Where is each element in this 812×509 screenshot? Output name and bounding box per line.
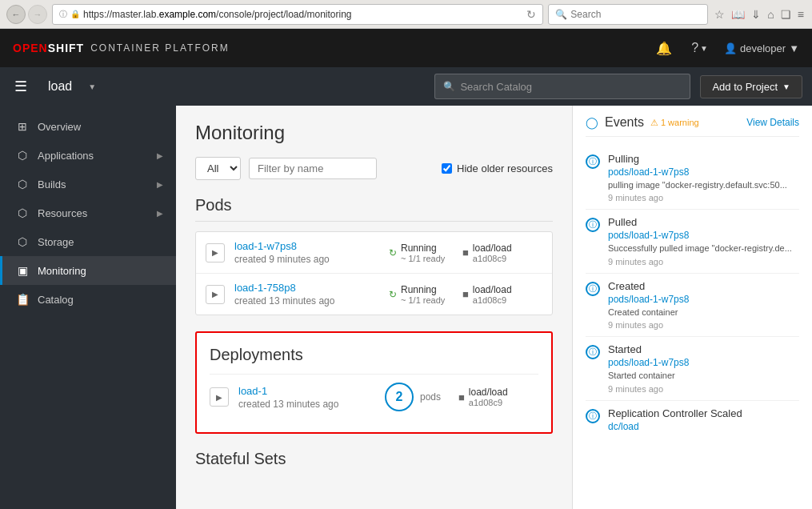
hide-older-checkbox[interactable] — [442, 163, 452, 174]
browser-search-icon: 🔍 — [555, 9, 567, 20]
home-icon[interactable]: ⌂ — [766, 6, 775, 22]
sidebar-label-storage: Storage — [38, 236, 163, 248]
event-link-3[interactable]: pods/load-1-w7ps8 — [608, 357, 799, 368]
deployments-section-title: Deployments — [210, 346, 538, 364]
pod-ready-1: ~ 1/1 ready — [401, 295, 445, 305]
catalog-icon: 📋 — [15, 293, 30, 306]
list-item: ⓘ Created pods/load-1-w7ps8 Created cont… — [586, 274, 799, 337]
event-time-0: 9 minutes ago — [608, 193, 799, 202]
project-bar: ☰ load ▼ 🔍 Add to Project ▼ — [0, 67, 812, 106]
overview-icon: ⊞ — [15, 120, 30, 133]
add-to-project-button[interactable]: Add to Project ▼ — [700, 75, 802, 98]
sidebar-item-catalog[interactable]: 📋 Catalog — [0, 285, 176, 314]
reload-icon[interactable]: ↻ — [526, 8, 536, 21]
warning-text: 1 warning — [661, 118, 699, 127]
event-content-1: Pulled pods/load-1-w7ps8 Successfully pu… — [608, 216, 799, 266]
pod-expand-button-1[interactable]: ▶ — [206, 285, 225, 304]
event-time-3: 9 minutes ago — [608, 384, 799, 394]
browser-search-input[interactable] — [570, 9, 701, 20]
pod-info-1: load-1-758p8 created 13 minutes ago — [234, 282, 379, 307]
builds-icon: ⬡ — [15, 178, 30, 190]
brand-subtitle: CONTAINER PLATFORM — [90, 42, 230, 54]
back-button[interactable]: ← — [6, 5, 26, 24]
event-type-2: Created — [608, 280, 799, 292]
forward-button[interactable]: → — [28, 5, 47, 24]
event-icon-4: ⓘ — [586, 409, 600, 423]
deployments-list: ▶ load-1 created 13 minutes ago 2 pods ■… — [210, 374, 538, 419]
catalog-search-input[interactable] — [460, 81, 682, 93]
project-dropdown[interactable]: ▼ — [88, 82, 96, 91]
pod-image-hash-1: a1d08c9 — [473, 295, 512, 305]
builds-arrow: ▶ — [157, 180, 163, 189]
browser-menu-icon[interactable]: ≡ — [796, 6, 806, 22]
pods-section-title: Pods — [195, 196, 553, 222]
storage-icon: ⬡ — [15, 235, 30, 248]
deploy-link-0[interactable]: load-1 — [238, 385, 267, 397]
event-link-4[interactable]: dc/load — [608, 421, 799, 432]
sidebar-item-overview[interactable]: ⊞ Overview — [0, 112, 176, 141]
top-navbar: OPENSHIFT CONTAINER PLATFORM 🔔 ? ▼ 👤 dev… — [0, 29, 812, 67]
bookmark-icon[interactable]: 📖 — [730, 6, 746, 22]
pod-image-1: ■ load/load a1d08c9 — [462, 284, 542, 305]
event-desc-1: Successfully pulled image "docker-regist… — [608, 242, 799, 254]
sidebar-item-builds[interactable]: ⬡ Builds ▶ — [0, 170, 176, 198]
pods-circle: 2 — [385, 383, 414, 411]
pods-list: ▶ load-1-w7ps8 created 9 minutes ago ↻ R… — [195, 231, 553, 315]
sidebar-label-builds: Builds — [38, 178, 149, 190]
lock-icon: 🔒 — [70, 10, 80, 18]
list-item: ⓘ Started pods/load-1-w7ps8 Started cont… — [586, 337, 799, 400]
resources-arrow: ▶ — [157, 209, 163, 218]
deploy-image-0: ■ load/load a1d08c9 — [458, 387, 538, 407]
add-to-project-caret: ▼ — [782, 82, 790, 91]
pod-meta-1: created 13 minutes ago — [234, 295, 379, 307]
notifications-button[interactable]: 🔔 — [653, 38, 675, 59]
event-content-4: Replication Controller Scaled dc/load — [608, 407, 799, 434]
event-type-0: Pulling — [608, 153, 799, 165]
sidebar-item-resources[interactable]: ⬡ Resources ▶ — [0, 198, 176, 227]
pod-image-name-0: load/load — [473, 242, 512, 254]
pocket-icon[interactable]: ❏ — [779, 6, 793, 22]
sidebar-item-monitoring[interactable]: ▣ Monitoring — [0, 256, 176, 285]
events-icon: ◯ — [586, 116, 598, 129]
star-icon[interactable]: ☆ — [713, 6, 726, 22]
pod-status-text-1: Running — [401, 284, 445, 295]
event-content-0: Pulling pods/load-1-w7ps8 pulling image … — [608, 153, 799, 202]
event-link-0[interactable]: pods/load-1-w7ps8 — [608, 166, 799, 178]
page-title: Monitoring — [195, 122, 553, 144]
view-details-link[interactable]: View Details — [746, 117, 799, 128]
brand-logo: OPENSHIFT — [13, 42, 84, 54]
add-to-project-label: Add to Project — [712, 81, 778, 93]
user-caret: ▼ — [789, 42, 799, 54]
sidebar-item-applications[interactable]: ⬡ Applications ▶ — [0, 141, 176, 170]
events-panel: ◯ Events ⚠ 1 warning View Details ⓘ Pull… — [572, 106, 812, 509]
pod-link-1[interactable]: load-1-758p8 — [234, 282, 296, 294]
events-header: ◯ Events ⚠ 1 warning View Details — [586, 115, 799, 137]
catalog-search[interactable]: 🔍 — [434, 74, 690, 99]
download-icon[interactable]: ⇓ — [750, 6, 762, 22]
address-bar[interactable]: ⓘ 🔒 https://master.lab.example.com/conso… — [52, 4, 543, 25]
filter-input[interactable] — [249, 158, 377, 179]
user-menu[interactable]: 👤 developer ▼ — [724, 42, 799, 54]
pod-status-0: ↻ Running ~ 1/1 ready — [389, 242, 453, 263]
monitoring-icon: ▣ — [15, 264, 30, 277]
sidebar-toggle[interactable]: ☰ — [10, 74, 32, 98]
event-content-3: Started pods/load-1-w7ps8 Started contai… — [608, 343, 799, 393]
filter-select[interactable]: All — [195, 157, 241, 180]
browser-search-bar[interactable]: 🔍 — [548, 4, 708, 25]
pod-link-0[interactable]: load-1-w7ps8 — [234, 240, 297, 252]
deploy-image-icon-0: ■ — [458, 391, 465, 403]
deployments-section: Deployments ▶ load-1 created 13 minutes … — [195, 331, 553, 434]
browser-bar: ← → ⓘ 🔒 https://master.lab.example.com/c… — [0, 0, 812, 29]
running-icon-1: ↻ — [389, 289, 397, 300]
filter-bar: All Hide older resources — [195, 157, 553, 180]
user-icon: 👤 — [724, 42, 737, 54]
table-row: ▶ load-1 created 13 minutes ago 2 pods ■… — [210, 374, 538, 419]
deploy-expand-button-0[interactable]: ▶ — [210, 387, 229, 407]
pod-expand-button-0[interactable]: ▶ — [206, 243, 225, 263]
event-link-2[interactable]: pods/load-1-w7ps8 — [608, 294, 799, 305]
event-link-1[interactable]: pods/load-1-w7ps8 — [608, 230, 799, 241]
browser-nav-buttons: ← → — [6, 5, 47, 24]
help-button[interactable]: ? ▼ — [688, 38, 711, 58]
pod-status-text-0: Running — [401, 242, 445, 254]
sidebar-item-storage[interactable]: ⬡ Storage — [0, 227, 176, 256]
